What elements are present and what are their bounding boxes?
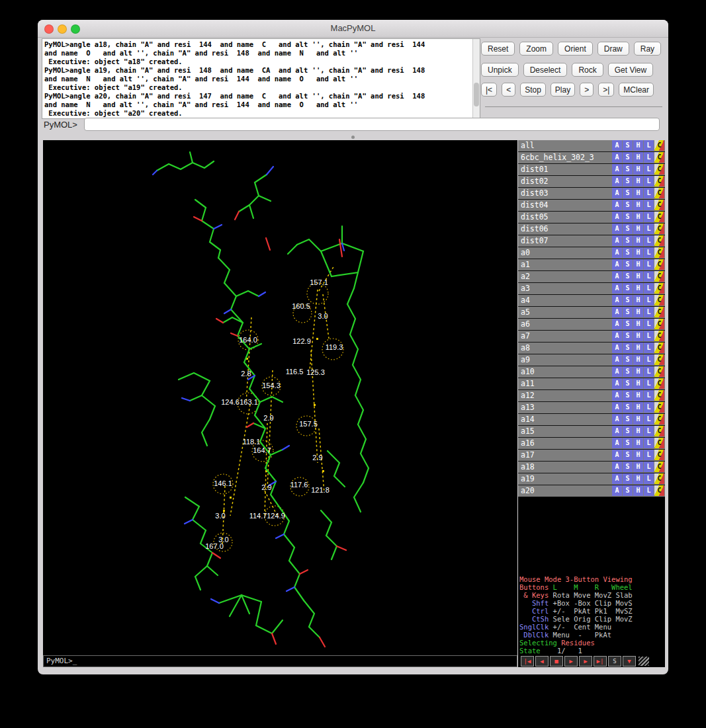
object-row-a5[interactable]: a5ASHLC [518, 307, 665, 319]
object-a-menu-button[interactable]: A [612, 307, 622, 317]
object-row-dist03[interactable]: dist03ASHLC [518, 188, 665, 200]
object-l-menu-button[interactable]: L [644, 473, 654, 484]
ray-button[interactable]: Ray [634, 42, 661, 56]
object-l-menu-button[interactable]: L [644, 176, 654, 186]
orient-button[interactable]: Orient [558, 42, 593, 56]
object-s-menu-button[interactable]: S [623, 176, 633, 186]
object-h-menu-button[interactable]: H [633, 462, 643, 472]
object-c-menu-button[interactable]: C [654, 319, 664, 329]
object-h-menu-button[interactable]: H [633, 390, 643, 401]
object-s-menu-button[interactable]: S [623, 247, 633, 258]
object-a-menu-button[interactable]: A [612, 462, 622, 472]
object-a-menu-button[interactable]: A [612, 223, 622, 234]
object-h-menu-button[interactable]: H [633, 331, 643, 341]
object-c-menu-button[interactable]: C [654, 462, 664, 472]
log-scrollbar-thumb[interactable] [474, 83, 479, 106]
object-s-menu-button[interactable]: S [623, 223, 633, 234]
object-l-menu-button[interactable]: L [644, 188, 654, 198]
object-l-menu-button[interactable]: L [644, 331, 654, 341]
object-s-menu-button[interactable]: S [623, 188, 633, 198]
object-row-6cbc_helix_302_3[interactable]: 6cbc_helix_302_3ASHLC [518, 152, 665, 164]
object-a-menu-button[interactable]: A [612, 271, 622, 282]
object-s-menu-button[interactable]: S [623, 212, 633, 222]
s-button[interactable]: S [608, 656, 621, 667]
step-forward-button[interactable]: ▶ [579, 656, 592, 667]
object-s-menu-button[interactable]: S [623, 331, 633, 341]
object-l-menu-button[interactable]: L [644, 390, 654, 401]
object-s-menu-button[interactable]: S [623, 283, 633, 294]
object-h-menu-button[interactable]: H [633, 414, 643, 425]
object-h-menu-button[interactable]: H [633, 188, 643, 198]
object-l-menu-button[interactable]: L [644, 200, 654, 210]
object-s-menu-button[interactable]: S [623, 462, 633, 472]
object-row-a1[interactable]: a1ASHLC [518, 259, 665, 271]
object-c-menu-button[interactable]: C [654, 473, 664, 484]
object-h-menu-button[interactable]: H [633, 271, 643, 282]
object-l-menu-button[interactable]: L [644, 319, 654, 329]
object-c-menu-button[interactable]: C [654, 438, 664, 448]
object-l-menu-button[interactable]: L [644, 212, 654, 222]
object-row-a8[interactable]: a8ASHLC [518, 343, 665, 354]
object-h-menu-button[interactable]: H [633, 378, 643, 389]
object-s-menu-button[interactable]: S [623, 450, 633, 460]
object-c-menu-button[interactable]: C [654, 212, 664, 222]
object-c-menu-button[interactable]: C [654, 366, 664, 377]
object-s-menu-button[interactable]: S [623, 259, 633, 270]
object-row-all[interactable]: allASHLC [518, 140, 665, 152]
object-a-menu-button[interactable]: A [612, 319, 622, 329]
rewind-button[interactable]: |◀ [521, 656, 534, 667]
object-c-menu-button[interactable]: C [654, 200, 664, 210]
nav-button[interactable]: > [580, 83, 594, 97]
object-a-menu-button[interactable]: A [612, 473, 622, 484]
object-row-a11[interactable]: a11ASHLC [518, 378, 665, 390]
object-c-menu-button[interactable]: C [654, 343, 664, 353]
object-a-menu-button[interactable]: A [612, 343, 622, 353]
object-a-menu-button[interactable]: A [612, 152, 622, 163]
object-l-menu-button[interactable]: L [644, 462, 654, 472]
object-l-menu-button[interactable]: L [644, 223, 654, 234]
object-s-menu-button[interactable]: S [623, 140, 633, 151]
object-c-menu-button[interactable]: C [654, 378, 664, 389]
object-l-menu-button[interactable]: L [644, 307, 654, 317]
object-a-menu-button[interactable]: A [612, 140, 622, 151]
object-row-a6[interactable]: a6ASHLC [518, 319, 665, 331]
object-l-menu-button[interactable]: L [644, 438, 654, 448]
object-l-menu-button[interactable]: L [644, 485, 654, 496]
object-row-a17[interactable]: a17ASHLC [518, 450, 665, 462]
object-a-menu-button[interactable]: A [612, 485, 622, 496]
object-a-menu-button[interactable]: A [612, 283, 622, 294]
object-s-menu-button[interactable]: S [623, 152, 633, 163]
object-c-menu-button[interactable]: C [654, 354, 664, 365]
object-c-menu-button[interactable]: C [654, 450, 664, 460]
object-l-menu-button[interactable]: L [644, 426, 654, 436]
nav-button[interactable]: < [502, 83, 515, 97]
object-row-a20[interactable]: a20ASHLC [518, 485, 665, 497]
object-row-dist07[interactable]: dist07ASHLC [518, 235, 665, 247]
object-l-menu-button[interactable]: L [644, 414, 654, 425]
object-s-menu-button[interactable]: S [623, 390, 633, 401]
object-s-menu-button[interactable]: S [623, 200, 633, 210]
object-row-dist01[interactable]: dist01ASHLC [518, 164, 665, 176]
object-h-menu-button[interactable]: H [633, 140, 643, 151]
step-back-button[interactable]: ◀ [535, 656, 549, 667]
rock-button[interactable]: Rock [572, 63, 603, 77]
end-button[interactable]: ▶| [594, 656, 607, 667]
object-a-menu-button[interactable]: A [612, 259, 622, 270]
object-s-menu-button[interactable]: S [623, 271, 633, 282]
object-s-menu-button[interactable]: S [623, 366, 633, 377]
splitter-handle[interactable] [351, 136, 355, 139]
object-row-a3[interactable]: a3ASHLC [518, 283, 665, 295]
mclear-button[interactable]: MClear [619, 83, 654, 97]
reset-button[interactable]: Reset [481, 42, 515, 56]
movie-progress-slider[interactable] [485, 106, 662, 107]
object-a-menu-button[interactable]: A [612, 200, 622, 210]
object-a-menu-button[interactable]: A [612, 438, 622, 448]
object-l-menu-button[interactable]: L [644, 164, 654, 175]
object-row-a0[interactable]: a0ASHLC [518, 247, 665, 259]
resize-grip-icon[interactable] [639, 657, 649, 666]
object-c-menu-button[interactable]: C [654, 426, 664, 436]
object-row-dist06[interactable]: dist06ASHLC [518, 223, 665, 235]
object-row-a7[interactable]: a7ASHLC [518, 331, 665, 343]
object-a-menu-button[interactable]: A [612, 164, 622, 175]
object-c-menu-button[interactable]: C [654, 414, 664, 425]
